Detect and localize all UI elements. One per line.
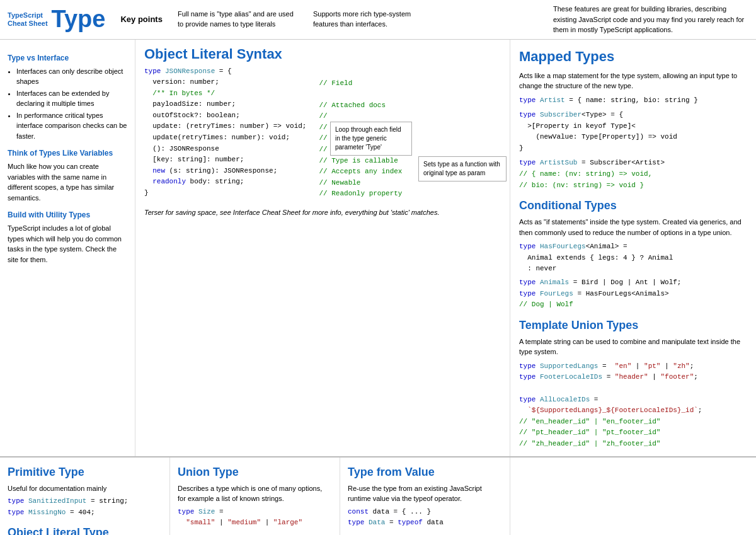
primitive-type-heading: Primitive Type xyxy=(8,464,162,481)
bottom-col-2: Union Type Describes a type which is one… xyxy=(170,457,340,535)
primitive-type-desc: Useful for documentation mainly xyxy=(8,483,162,494)
conditional-types-desc: Acts as "if statements" inside the type … xyxy=(519,217,747,238)
tooltip-2: Sets type as a function with original ty… xyxy=(418,156,507,181)
type-from-value-desc: Re-use the type from an existing JavaScr… xyxy=(348,483,502,504)
bottom-col-3: Type from Value Re-use the type from an … xyxy=(340,457,510,535)
typescript-label: TypeScript xyxy=(8,11,48,20)
center-top: Object Literal Syntax type JSONResponse … xyxy=(135,40,510,456)
bullet3: In performance critical types interface … xyxy=(16,110,127,142)
conditional-types-section: Conditional Types Acts as "if statements… xyxy=(519,197,747,311)
object-literal-syntax-heading: Object Literal Syntax xyxy=(144,46,501,62)
union-type-heading: Union Type xyxy=(178,464,332,481)
conditional-types-code1: type HasFourLegs<Animal> = Animal extend… xyxy=(519,241,747,275)
header-desc1: Full name is "type alias" and are used t… xyxy=(178,9,294,29)
conditional-types-code2: type Animals = Bird | Dog | Ant | Wolf; … xyxy=(519,277,747,311)
top-area: Type vs Interface Interfaces can only de… xyxy=(0,40,756,457)
bottom-area: Primitive Type Useful for documentation … xyxy=(0,457,756,535)
object-literal-type-heading: Object Literal Type xyxy=(8,524,162,535)
think-title: Think of Types Like Variables xyxy=(8,147,127,159)
header-right-text: These features are great for building li… xyxy=(553,4,748,35)
template-union-code: type SupportedLangs = "en" | "pt" | "zh"… xyxy=(519,361,747,450)
tooltip-1: Loop through each field in the type gene… xyxy=(330,122,412,156)
conditional-types-heading: Conditional Types xyxy=(519,197,747,214)
template-union-desc: A template string can be used to combine… xyxy=(519,337,747,357)
bullet1: Interfaces can only describe object shap… xyxy=(16,66,127,87)
bullet2: Interfaces can be extended by declaring … xyxy=(16,88,127,109)
mapped-types-code2: type Subscriber<Type> = { >[Property in … xyxy=(519,110,747,154)
terser-note: Terser for saving space, see Interface C… xyxy=(144,207,501,218)
mapped-types-heading: Mapped Types xyxy=(519,46,747,67)
type-from-value-code: const data = { ... } type Data = typeof … xyxy=(348,507,502,529)
header-desc2: Supports more rich type-system features … xyxy=(313,9,430,29)
mapped-types-section: Mapped Types Acts like a map statement f… xyxy=(519,46,747,192)
header: TypeScript Cheat Sheet Type Key points F… xyxy=(0,0,756,40)
mapped-types-code1: type Artist = { name: string, bio: strin… xyxy=(519,95,747,106)
code-block: type JSONResponse = { version: number; /… xyxy=(144,66,306,200)
union-type-code: type Size = "small" | "medium" | "large" xyxy=(178,507,332,529)
type-from-value-heading: Type from Value xyxy=(348,464,502,481)
build-desc: TypeScript includes a lot of global type… xyxy=(8,223,127,265)
build-title: Build with Utility Types xyxy=(8,209,127,221)
union-type-desc: Describes a type which is one of many op… xyxy=(178,483,332,504)
type-vs-interface-list: Interfaces can only describe object shap… xyxy=(16,66,127,142)
sidebar: Type vs Interface Interfaces can only de… xyxy=(0,40,135,456)
template-union-heading: Template Union Types xyxy=(519,317,747,334)
right-top-panel: Mapped Types Acts like a map statement f… xyxy=(510,40,756,456)
mapped-types-desc: Acts like a map statement for the type s… xyxy=(519,71,747,91)
type-vs-interface-title: Type vs Interface xyxy=(8,52,127,64)
cheatsheet-label: Cheat Sheet xyxy=(8,20,48,28)
think-desc: Much like how you can create variables w… xyxy=(8,161,127,203)
bottom-col-4 xyxy=(510,457,756,535)
primitive-type-code: type SanitizedInput = string; type Missi… xyxy=(8,496,162,518)
keypoints-label: Key points xyxy=(120,14,162,24)
brand: TypeScript Cheat Sheet xyxy=(8,11,48,28)
template-union-section: Template Union Types A template string c… xyxy=(519,317,747,450)
bottom-col-1: Primitive Type Useful for documentation … xyxy=(0,457,170,535)
type-label: Type xyxy=(52,6,106,33)
mapped-types-code3: type ArtistSub = Subscriber<Artist> // {… xyxy=(519,158,747,191)
